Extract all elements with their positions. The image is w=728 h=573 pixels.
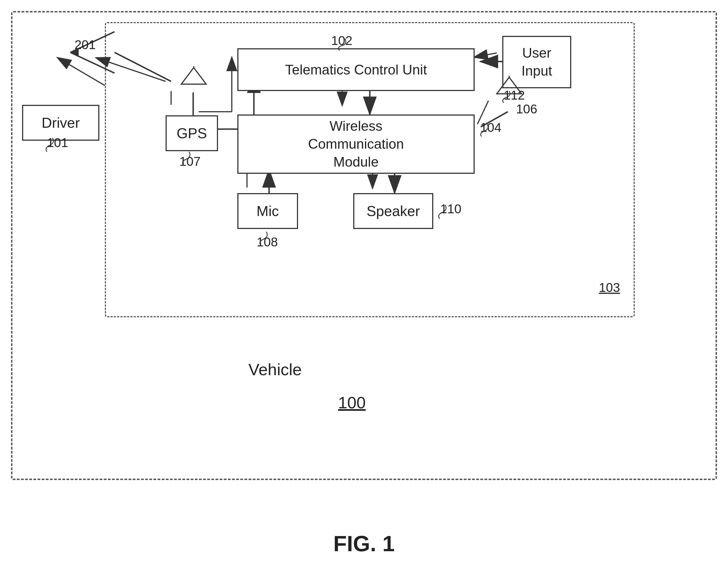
wcm-label: Wireless Communication Module — [308, 117, 404, 171]
gps-box: GPS — [165, 115, 218, 151]
ref-104: 104 — [480, 120, 501, 135]
ref-103: 103 — [599, 280, 620, 295]
ref-100: 100 — [338, 393, 366, 412]
gps-label: GPS — [177, 125, 207, 142]
driver-label: Driver — [42, 114, 80, 131]
vehicle-label: Vehicle — [248, 360, 302, 379]
ref-102: 102 — [331, 33, 352, 48]
ref-101: 101 — [47, 135, 68, 150]
ref-107: 107 — [179, 154, 201, 169]
speaker-label: Speaker — [367, 203, 420, 219]
ref-110: 110 — [440, 201, 462, 216]
ref-201: 201 — [75, 37, 96, 52]
figure-title: FIG. 1 — [0, 531, 728, 557]
wcm-box: Wireless Communication Module — [237, 114, 475, 174]
tcu-label: Telematics Control Unit — [285, 62, 427, 78]
mic-box: Mic — [237, 193, 298, 229]
page: Driver GPS Telematics Control Unit Wirel… — [0, 0, 728, 573]
user-input-box: User Input — [502, 36, 571, 88]
user-input-label: User Input — [521, 44, 552, 80]
ref-108: 108 — [257, 235, 278, 249]
ref-106: 106 — [516, 102, 537, 116]
mic-label: Mic — [257, 203, 279, 219]
ref-112: 112 — [504, 88, 525, 103]
tcu-box: Telematics Control Unit — [237, 48, 475, 91]
speaker-box: Speaker — [353, 193, 433, 229]
